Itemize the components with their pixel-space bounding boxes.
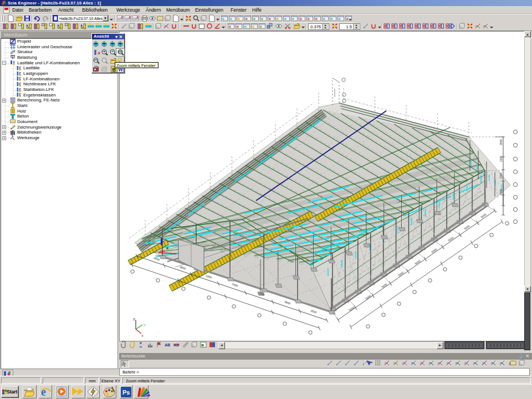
svg-text:2400: 2400 (232, 282, 239, 288)
svg-text:4800: 4800 (284, 300, 291, 305)
svg-text:X: X (141, 334, 144, 337)
svg-text:2150: 2150 (499, 156, 503, 162)
svg-text:Z: Z (133, 318, 135, 321)
svg-text:5000: 5000 (348, 305, 355, 311)
svg-text:3550: 3550 (499, 139, 503, 145)
svg-text:5000: 5000 (463, 224, 470, 230)
svg-text:e: e (41, 386, 46, 398)
svg-text:4500: 4500 (160, 250, 166, 253)
svg-text:4800: 4800 (180, 265, 187, 270)
svg-text:5000: 5000 (480, 212, 487, 218)
svg-text:2100: 2100 (499, 172, 503, 178)
svg-text:3150: 3150 (499, 189, 503, 195)
svg-text:3500: 3500 (310, 309, 318, 314)
svg-text:Ps: Ps (122, 389, 130, 396)
svg-text:Y: Y (144, 324, 146, 327)
svg-text:1900: 1900 (206, 274, 213, 279)
svg-text:4500: 4500 (154, 256, 161, 262)
svg-text:5000: 5000 (365, 294, 372, 300)
